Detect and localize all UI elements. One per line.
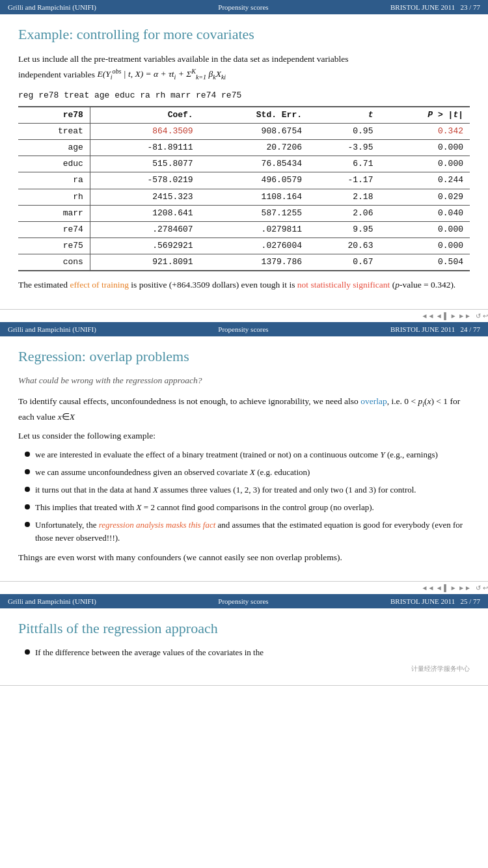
slide2-bullets: we are interested in evaluate the effect… xyxy=(25,448,470,545)
table-row: rh2415.3231108.1642.180.029 xyxy=(18,189,470,205)
table-row: re75.5692921.027600420.630.000 xyxy=(18,238,470,254)
slide3-bullets: If the difference between the average va… xyxy=(25,646,470,659)
table-cell-value: -81.89111 xyxy=(90,140,199,156)
slide3-body: If the difference between the average va… xyxy=(18,646,470,659)
table-cell-value: 6.71 xyxy=(308,156,379,172)
slide1-body: Let us include all the pre-treatment var… xyxy=(18,52,470,292)
table-row: marr1208.641587.12552.060.040 xyxy=(18,205,470,221)
table-cell-value: -3.95 xyxy=(308,140,379,156)
bullet-dot-4 xyxy=(25,504,30,509)
slide1-code: reg re78 treat age educ ra rh marr re74 … xyxy=(18,89,470,102)
watermark: 计量经济学服务中心 xyxy=(18,664,470,673)
table-cell-value: 0.342 xyxy=(379,124,470,140)
table-cell-value: 0.67 xyxy=(308,254,379,271)
table-cell-value: .5692921 xyxy=(90,238,199,254)
slide1-intro: Let us include all the pre-treatment var… xyxy=(18,52,470,83)
table-cell-varname: treat xyxy=(18,124,90,140)
table-body: treat864.3509908.67540.950.342age-81.891… xyxy=(18,124,470,271)
slide1-header-right: BRISTOL JUNE 2011 23 / 77 xyxy=(390,3,480,11)
overlap-highlight: overlap xyxy=(360,396,386,406)
col-t: t xyxy=(308,107,379,124)
col-pval: P > |t| xyxy=(379,107,470,124)
table-row: age-81.8911120.7206-3.950.000 xyxy=(18,140,470,156)
table-cell-value: .0276004 xyxy=(200,238,308,254)
bullet-dot-1 xyxy=(25,452,30,457)
table-cell-varname: age xyxy=(18,140,90,156)
table-cell-value: -1.17 xyxy=(308,172,379,189)
table-cell-value: 0.000 xyxy=(379,156,470,172)
slide3-header-right: BRISTOL JUNE 2011 25 / 77 xyxy=(390,597,480,605)
bullet-item-4: This implies that treated with X = 2 can… xyxy=(25,501,470,514)
table-cell-value: 515.8077 xyxy=(90,156,199,172)
table-cell-value: -578.0219 xyxy=(90,172,199,189)
bullet-dot-5 xyxy=(25,522,30,527)
slide2-para2: Let us consider the following example: xyxy=(18,429,470,443)
table-cell-value: 2415.323 xyxy=(90,189,199,205)
col-depvar: re78 xyxy=(18,107,90,124)
not-significant-highlight: not statistically significant xyxy=(297,280,390,290)
table-cell-value: 864.3509 xyxy=(90,124,199,140)
slide2-header-center: Propensity scores xyxy=(96,325,390,333)
slide2-header: Grilli and Rampichini (UNIFI) Propensity… xyxy=(0,322,488,336)
regression-table: re78 Coef. Std. Err. t P > |t| treat864.… xyxy=(18,106,470,271)
effect-training-highlight: effect of training xyxy=(70,280,128,290)
table-cell-value: 0.000 xyxy=(379,221,470,237)
table-cell-varname: re75 xyxy=(18,238,90,254)
table-cell-value: 2.06 xyxy=(308,205,379,221)
slide3-header-left: Grilli and Rampichini (UNIFI) xyxy=(8,597,96,605)
table-cell-value: 0.244 xyxy=(379,172,470,189)
table-header-row: re78 Coef. Std. Err. t P > |t| xyxy=(18,107,470,124)
table-cell-value: 0.504 xyxy=(379,254,470,271)
slide3-bullet-dot-1 xyxy=(25,649,30,655)
table-cell-value: 1208.641 xyxy=(90,205,199,221)
table-row: cons921.80911379.7860.670.504 xyxy=(18,254,470,271)
table-cell-value: 0.040 xyxy=(379,205,470,221)
bullet-dot-2 xyxy=(25,469,30,474)
slide1-header-left: Grilli and Rampichini (UNIFI) xyxy=(8,3,96,11)
slide1-header-center: Propensity scores xyxy=(96,3,390,11)
col-coef: Coef. xyxy=(90,107,199,124)
table-cell-value: .0279811 xyxy=(200,221,308,237)
table-cell-value: 921.8091 xyxy=(90,254,199,271)
table-row: re74.2784607.02798119.950.000 xyxy=(18,221,470,237)
slide2-question: What could be wrong with the regression … xyxy=(18,374,470,388)
slide1-conclusion: The estimated effect of training is posi… xyxy=(18,278,470,292)
table-cell-value: 20.7206 xyxy=(200,140,308,156)
slide1-title: Example: controlling for more covariates xyxy=(18,26,470,43)
slide3-bullet-1: If the difference between the average va… xyxy=(25,646,470,659)
bullet-item-2: we can assume unconfoundedness given an … xyxy=(25,466,470,479)
slide3-title: Pittfalls of the regression approach xyxy=(18,620,470,637)
table-cell-value: 0.000 xyxy=(379,140,470,156)
table-cell-value: 908.6754 xyxy=(200,124,308,140)
table-cell-value: 76.85434 xyxy=(200,156,308,172)
slide2-closing: Things are even worst with many confound… xyxy=(18,550,470,565)
table-cell-varname: re74 xyxy=(18,221,90,237)
table-cell-value: 20.63 xyxy=(308,238,379,254)
nav-icons-1: ◄◄ ◄ ▌ ► ►► ↺ ↩ xyxy=(0,312,488,319)
slide2-header-left: Grilli and Rampichini (UNIFI) xyxy=(8,325,96,333)
slide2-content: Regression: overlap problems What could … xyxy=(0,336,488,582)
col-stderr: Std. Err. xyxy=(200,107,308,124)
slide2-body: What could be wrong with the regression … xyxy=(18,374,470,564)
regression-masks-highlight: regression analysis masks this fact xyxy=(99,520,216,530)
slide2-header-right: BRISTOL JUNE 2011 24 / 77 xyxy=(390,325,480,333)
slide3-header: Grilli and Rampichini (UNIFI) Propensity… xyxy=(0,594,488,608)
slide3-header-center: Propensity scores xyxy=(96,597,390,605)
slide2-para1: To identify causal effects, unconfounded… xyxy=(18,394,470,424)
slide2-title: Regression: overlap problems xyxy=(18,348,470,365)
slide1-content: Example: controlling for more covariates… xyxy=(0,14,488,310)
bullet-item-5: Unfortunately, the regression analysis m… xyxy=(25,519,470,545)
bullet-dot-3 xyxy=(25,487,30,492)
table-row: treat864.3509908.67540.950.342 xyxy=(18,124,470,140)
table-cell-value: 0.000 xyxy=(379,238,470,254)
table-cell-varname: ra xyxy=(18,172,90,189)
bullet-item-1: we are interested in evaluate the effect… xyxy=(25,448,470,461)
slide3-content: Pittfalls of the regression approach If … xyxy=(0,608,488,686)
table-cell-value: 9.95 xyxy=(308,221,379,237)
table-cell-varname: rh xyxy=(18,189,90,205)
table-cell-varname: educ xyxy=(18,156,90,172)
table-cell-value: 587.1255 xyxy=(200,205,308,221)
table-cell-value: 496.0579 xyxy=(200,172,308,189)
table-cell-varname: cons xyxy=(18,254,90,271)
table-row: ra-578.0219496.0579-1.170.244 xyxy=(18,172,470,189)
